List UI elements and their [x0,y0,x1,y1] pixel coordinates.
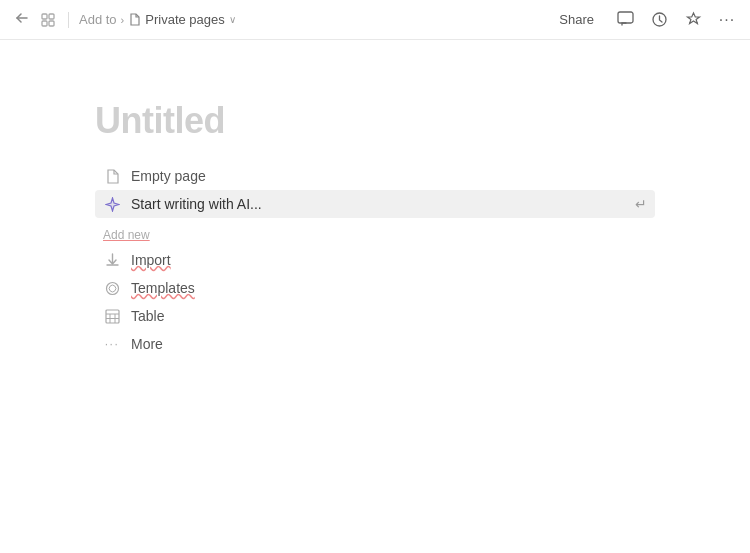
table-item[interactable]: Table [95,302,655,330]
svg-rect-1 [42,14,47,19]
breadcrumb-chevron-icon: ∨ [229,14,236,25]
add-to-label: Add to [79,12,117,27]
comment-icon[interactable] [614,9,636,31]
add-new-label: Add new [95,218,655,246]
toolbar: Add to › Private pages ∨ Share [0,0,750,40]
import-icon [103,251,121,269]
enter-icon: ↵ [635,196,647,212]
ai-write-item[interactable]: Start writing with AI... ↵ [95,190,655,218]
more-item[interactable]: ··· More [95,330,655,358]
toolbar-divider [68,12,69,28]
page-title[interactable]: Untitled [95,100,655,142]
table-icon [103,307,121,325]
svg-rect-3 [42,21,47,26]
table-label: Table [131,308,164,324]
more-options-icon[interactable]: ··· [716,9,738,31]
empty-page-icon [103,167,121,185]
import-item[interactable]: Import [95,246,655,274]
page-area: Untitled Empty page [95,100,655,358]
more-label: More [131,336,163,352]
ai-icon [103,195,121,213]
more-dots-icon: ··· [103,335,121,353]
empty-page-label: Empty page [131,168,206,184]
svg-rect-8 [106,310,119,323]
import-label: Import [131,252,171,268]
svg-point-7 [106,282,118,294]
ai-write-label: Start writing with AI... [131,196,262,212]
templates-icon [103,279,121,297]
svg-rect-5 [618,12,633,23]
breadcrumb[interactable]: Add to › Private pages ∨ [79,12,236,27]
breadcrumb-separator: › [121,14,125,26]
empty-page-item[interactable]: Empty page [95,162,655,190]
star-icon[interactable] [682,9,704,31]
svg-rect-4 [49,21,54,26]
share-button[interactable]: Share [551,8,602,31]
breadcrumb-label: Private pages [145,12,225,27]
page-icon [128,13,141,26]
back-icon[interactable] [12,10,32,30]
templates-item[interactable]: Templates [95,274,655,302]
svg-rect-2 [49,14,54,19]
forward-icon[interactable] [38,10,58,30]
toolbar-right: Share ··· [551,8,738,31]
toolbar-left: Add to › Private pages ∨ [12,10,236,30]
main-content: Untitled Empty page [0,40,750,358]
history-icon[interactable] [648,9,670,31]
templates-label: Templates [131,280,195,296]
menu-list: Empty page Start writing with AI... ↵ Ad… [95,162,655,358]
